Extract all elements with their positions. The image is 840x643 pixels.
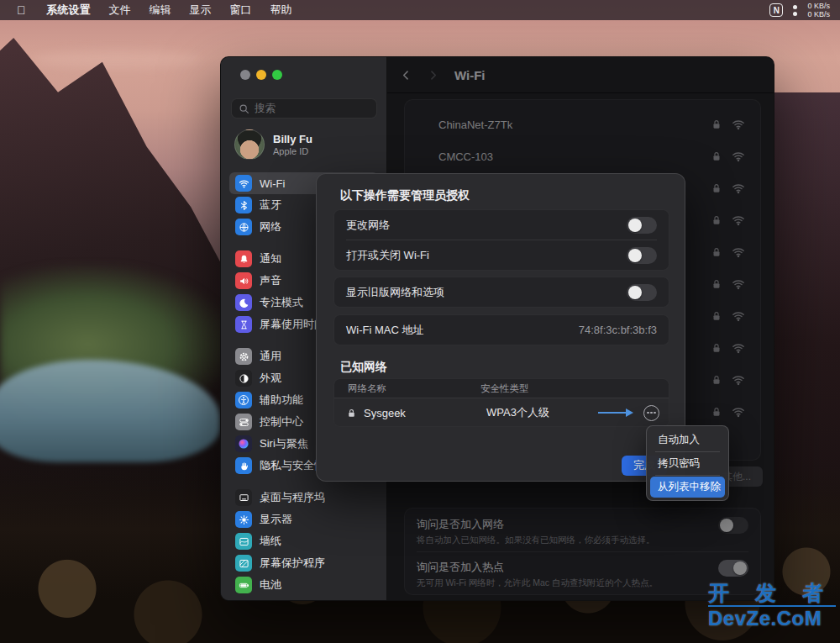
sidebar-item-label: 控制中心 (260, 414, 303, 430)
sidebar-item-label: 蓝牙 (260, 198, 281, 213)
sidebar-item-label: 通知 (260, 251, 281, 266)
table-header: 网络名称 安全性类型 (334, 379, 669, 398)
sidebar-item-label: 墙纸 (260, 534, 281, 549)
sidebar-item-displays[interactable]: 显示器 (229, 509, 378, 530)
sidebar-item-label: 桌面与程序坞 (260, 490, 325, 505)
legacy-options-toggle[interactable] (627, 284, 657, 301)
menu-window[interactable]: 窗口 (221, 3, 261, 18)
user-name: Billy Fu (273, 133, 312, 145)
known-network-row[interactable]: Sysgeek WPA3个人级 (334, 398, 669, 427)
sidebar-item-label: 辅助功能 (260, 393, 303, 408)
wifi-power-toggle[interactable] (627, 247, 657, 264)
control-center-icon (235, 414, 252, 430)
display-icon (235, 511, 252, 528)
lock-icon (346, 408, 357, 419)
apple-icon[interactable]:  (17, 4, 26, 16)
accessibility-icon (235, 392, 252, 408)
sidebar-item-label: 显示器 (260, 512, 292, 527)
moon-icon (235, 294, 252, 311)
sidebar-item-label: 网络 (260, 219, 281, 235)
status-dots-icon[interactable] (793, 5, 797, 16)
system-settings-window: Billy Fu Apple ID Wi-Fi 蓝牙 网络 通知 (220, 56, 774, 601)
mac-address-label: Wi-Fi MAC 地址 (346, 323, 423, 338)
menu-edit[interactable]: 编辑 (140, 3, 181, 18)
menu-app[interactable]: 系统设置 (38, 3, 100, 18)
bell-icon (235, 250, 252, 267)
desktop-icon (235, 489, 252, 506)
sidebar-item-label: 电池 (260, 577, 281, 593)
more-options-button[interactable] (643, 405, 659, 421)
sidebar-item-label: 专注模式 (260, 295, 303, 310)
sidebar-item-label: 通用 (260, 349, 281, 364)
known-network-name: Sysgeek (364, 407, 486, 419)
sidebar-item-label: 声音 (260, 273, 281, 288)
search-icon (239, 103, 249, 114)
change-networks-toggle[interactable] (627, 217, 657, 234)
notion-status-icon[interactable]: N (769, 3, 783, 17)
dialog-title: 以下操作需要管理员授权 (340, 188, 470, 203)
legacy-options-group: 显示旧版网络和选项 (333, 277, 669, 308)
sidebar-item-label: 外观 (260, 371, 281, 386)
download-speed: 0 KB/s (807, 10, 830, 18)
menu-item-remove-from-list[interactable]: 从列表中移除 (650, 477, 725, 498)
appearance-icon (235, 370, 252, 387)
known-network-security: WPA3个人级 (486, 405, 549, 420)
watermark: 开 发 者 DevZe.CoM (708, 582, 836, 630)
hand-icon (235, 457, 252, 474)
menu-item-copy-password[interactable]: 拷贝密码 (650, 453, 725, 474)
toggle-label: 打开或关闭 Wi-Fi (346, 248, 429, 263)
watermark-line1: 开 发 者 (708, 582, 836, 603)
mac-address-value: 74:8f:3c:bf:3b:f3 (579, 324, 657, 336)
menu-item-auto-join[interactable]: 自动加入 (650, 430, 725, 451)
sidebar-item-battery[interactable]: 电池 (229, 574, 378, 596)
battery-icon (235, 577, 252, 593)
known-networks-table: 网络名称 安全性类型 Sysgeek WPA3个人级 (333, 378, 669, 427)
column-network-name: 网络名称 (334, 382, 480, 395)
sidebar-item-label: Wi-Fi (260, 177, 285, 190)
globe-icon (235, 219, 252, 235)
admin-auth-dialog: 以下操作需要管理员授权 更改网络 打开或关闭 Wi-Fi 显示旧版网络和选项 W… (316, 173, 685, 482)
gear-icon (235, 348, 252, 365)
known-networks-title: 已知网络 (340, 360, 387, 375)
toggle-label: 显示旧版网络和选项 (346, 285, 444, 300)
network-speed-indicator[interactable]: 0 KB/s 0 KB/s (807, 2, 830, 18)
sidebar-item-label: 屏幕保护程序 (260, 556, 325, 571)
sidebar-item-screensaver[interactable]: 屏幕保护程序 (229, 552, 378, 574)
wifi-power-row: 打开或关闭 Wi-Fi (334, 240, 669, 270)
network-context-menu: 自动加入 拷贝密码 从列表中移除 (646, 425, 729, 501)
user-subtitle: Apple ID (273, 146, 312, 156)
mac-address-row: Wi-Fi MAC 地址 74:8f:3c:bf:3b:f3 (334, 315, 669, 345)
toggle-label: 更改网络 (346, 218, 390, 233)
network-toggles-group: 更改网络 打开或关闭 Wi-Fi (333, 209, 669, 271)
sidebar-item-desktop-dock[interactable]: 桌面与程序坞 (229, 487, 378, 509)
window-controls (240, 70, 282, 80)
change-networks-row: 更改网络 (334, 210, 669, 240)
avatar (234, 129, 265, 160)
sidebar-item-label: Siri与聚焦 (260, 436, 308, 451)
search-field[interactable] (231, 98, 377, 119)
apple-id-row[interactable]: Billy Fu Apple ID (231, 127, 377, 162)
wifi-icon (235, 175, 252, 192)
sidebar-item-wallpaper[interactable]: 墙纸 (229, 530, 378, 552)
hourglass-icon (235, 316, 252, 333)
menu-help[interactable]: 帮助 (261, 3, 302, 18)
column-security-type: 安全性类型 (480, 382, 529, 395)
upload-speed: 0 KB/s (807, 2, 830, 10)
legacy-options-row: 显示旧版网络和选项 (334, 277, 669, 307)
screensaver-icon (235, 555, 252, 572)
menu-bar:  系统设置 文件 编辑 显示 窗口 帮助 N 0 KB/s 0 KB/s (0, 0, 840, 20)
search-input[interactable] (255, 103, 370, 114)
wallpaper-icon (235, 533, 252, 550)
close-button[interactable] (240, 70, 250, 80)
mac-address-group: Wi-Fi MAC 地址 74:8f:3c:bf:3b:f3 (333, 314, 669, 345)
speaker-icon (235, 272, 252, 289)
watermark-line2: DevZe.CoM (708, 608, 836, 630)
zoom-button[interactable] (272, 70, 282, 80)
arrow-right-icon (598, 408, 633, 417)
menu-view[interactable]: 显示 (181, 3, 221, 18)
bluetooth-icon (235, 197, 252, 213)
siri-icon (235, 435, 252, 452)
menu-file[interactable]: 文件 (100, 3, 140, 18)
minimize-button[interactable] (256, 70, 266, 80)
